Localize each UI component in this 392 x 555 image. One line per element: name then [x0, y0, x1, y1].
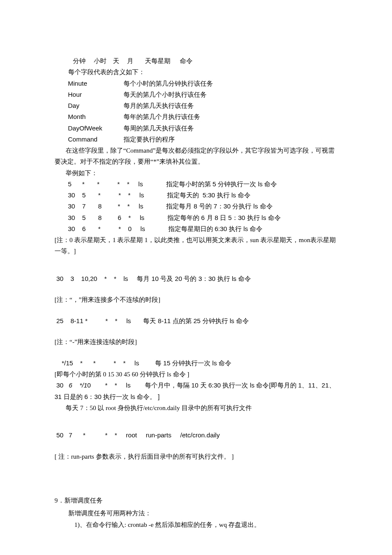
- example-row-2: 30 5 * * * ls 指定每天的 5:30 执行 ls 命令: [55, 190, 337, 201]
- example-row-5: 30 6 * * 0 ls 指定每星期日的 6:30 执行 ls 命令: [55, 223, 337, 234]
- section-9-intro: 新增调度任务可用两种方法：: [55, 508, 337, 519]
- example-row-10: 50 7 * * * root run-parts /etc/cron.dail…: [55, 430, 337, 441]
- document-page: 分钟 小时 天 月 天每星期 命令 每个字段代表的含义如下： Minute每个小…: [0, 0, 392, 555]
- example-row-4: 30 5 8 6 * ls 指定每年的 6 月 8 日 5：30 执行 ls 命…: [55, 212, 337, 223]
- example-row-7: 25 8-11 * * * ls 每天 8-11 点的第 25 分钟执行 ls …: [55, 315, 337, 327]
- field-dow: DayOfWeek每周的第几天执行该任务: [55, 123, 337, 134]
- dash-note: [注：“-”用来连接连续的时段]: [55, 336, 337, 347]
- field-month: Month每年的第几个月执行该任务: [55, 111, 337, 122]
- note-required: 在这些字段里，除了“Command”是每次都必须指定的字段以外，其它字段皆为可选…: [55, 145, 337, 168]
- weekday-note: [注：0 表示星期天，1 表示星期 1，以此类推，也可以用英文来表示，sun 表…: [55, 234, 337, 257]
- daily-note: 每天 7：50 以 root 身份执行/etc/cron.daily 目录中的所…: [55, 402, 337, 413]
- columns-header: 分钟 小时 天 月 天每星期 命令: [55, 55, 337, 66]
- field-minute: Minute每个小时的第几分钟执行该任务: [55, 78, 337, 89]
- meaning-intro: 每个字段代表的含义如下：: [55, 66, 337, 78]
- field-day: Day每月的第几天执行该任务: [55, 100, 337, 111]
- example-row-1: 5 * * * * ls 指定每小时的第 5 分钟执行一次 ls 命令: [55, 179, 337, 190]
- runparts-note: [ 注：run-parts 参数表示，执行后面目录中的所有可执行文件。 ]: [55, 451, 337, 462]
- field-command: Command指定要执行的程序: [55, 134, 337, 145]
- field-hour: Hour每天的第几个小时执行该任务: [55, 89, 337, 100]
- example-row-6: 30 3 10,20 * * ls 每月 10 号及 20 号的 3：30 执行…: [55, 273, 337, 284]
- section-9-method-1: 1)、在命令行输入: crontab -e 然后添加相应的任务，wq 存盘退出。: [55, 519, 337, 530]
- comma-note: [注：“，”用来连接多个不连续的时段]: [55, 294, 337, 305]
- example-row-8: */15 * * * * ls 每 15 分钟执行一次 ls 命令: [55, 358, 337, 369]
- every15-note: [即每个小时的第 0 15 30 45 60 分钟执行 ls 命令 ]: [55, 369, 337, 380]
- example-row-3: 30 7 8 * * ls 指定每月 8 号的 7：30 分执行 ls 命令: [55, 201, 337, 212]
- example-row-9: 30 6 */10 * * ls 每个月中，每隔 10 天 6:30 执行一次 …: [55, 380, 337, 402]
- examples-intro: 举例如下：: [55, 168, 337, 179]
- section-9-title: 9．新增调度任务: [55, 495, 337, 506]
